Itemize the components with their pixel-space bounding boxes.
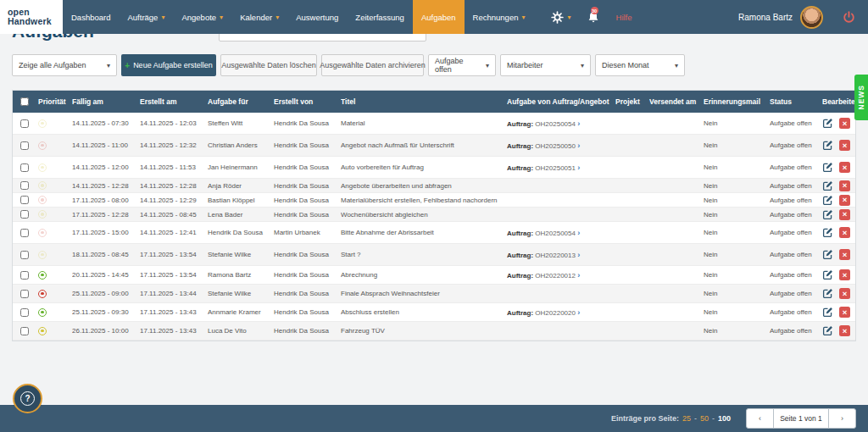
nav-item-zeiterfassung[interactable]: Zeiterfassung xyxy=(347,0,413,34)
creator: Hendrik Da Sousa xyxy=(274,211,341,219)
edit-icon[interactable] xyxy=(822,180,833,191)
delete-icon[interactable]: × xyxy=(839,209,850,220)
reminder-cell: Nein xyxy=(704,141,770,149)
row-checkbox[interactable] xyxy=(20,163,29,172)
row-checkbox[interactable] xyxy=(20,229,29,237)
archive-selected-button[interactable]: Ausgewählte Daten archivieren xyxy=(321,54,424,76)
row-checkbox[interactable] xyxy=(20,327,29,335)
row-checkbox[interactable] xyxy=(20,251,29,259)
order-link[interactable]: Auftrag: OH20220020 › xyxy=(507,309,580,317)
view-filter-select[interactable]: Zeige alle Aufgaben▾ xyxy=(12,54,117,76)
order-link[interactable]: Auftrag: OH20250054 › xyxy=(507,120,580,128)
settings-gear-icon[interactable]: ▾ xyxy=(542,0,579,34)
due-date: 17.11.2025 - 12:28 xyxy=(72,211,140,219)
avatar[interactable] xyxy=(800,6,823,29)
news-side-tab[interactable]: NEWS xyxy=(854,75,868,120)
select-all-checkbox[interactable] xyxy=(20,97,29,106)
help-link[interactable]: Hilfe xyxy=(608,13,641,22)
prev-page-button[interactable]: ‹ xyxy=(746,408,774,429)
due-date: 14.11.2025 - 12:00 xyxy=(72,163,140,171)
row-checkbox[interactable] xyxy=(20,290,29,298)
nav-item-angebote[interactable]: Angebote▾ xyxy=(173,0,231,34)
employee-filter-select[interactable]: Mitarbeiter▾ xyxy=(500,54,591,76)
new-task-button[interactable]: + Neue Aufgabe erstellen xyxy=(121,54,216,76)
edit-icon[interactable] xyxy=(822,269,833,280)
order-link[interactable]: Auftrag: OH20250054 › xyxy=(507,230,580,237)
delete-icon[interactable]: × xyxy=(839,249,850,260)
delete-icon[interactable]: × xyxy=(839,288,850,299)
col-erstellt-am: Erstellt am xyxy=(140,97,208,106)
nav-item-aufgaben[interactable]: Aufgaben xyxy=(413,0,465,34)
nav-item-auftraege[interactable]: Aufträge▾ xyxy=(119,0,173,34)
priority-target-icon xyxy=(38,327,47,335)
per-page-25[interactable]: 25 xyxy=(682,414,691,423)
delete-icon[interactable]: × xyxy=(839,269,850,280)
chevron-down-icon: ▾ xyxy=(486,62,489,69)
edit-icon[interactable] xyxy=(822,118,833,129)
delete-icon[interactable]: × xyxy=(839,325,850,336)
row-checkbox-cell xyxy=(13,163,38,172)
creator: Hendrik Da Sousa xyxy=(274,327,341,335)
delete-icon[interactable]: × xyxy=(839,227,850,238)
delete-icon[interactable]: × xyxy=(839,140,850,151)
edit-icon[interactable] xyxy=(822,140,833,151)
reminder-cell: Nein xyxy=(704,119,770,127)
row-checkbox[interactable] xyxy=(20,196,29,204)
delete-icon[interactable]: × xyxy=(839,307,850,318)
row-checkbox[interactable] xyxy=(20,181,29,190)
edit-icon[interactable] xyxy=(822,209,833,220)
edit-icon[interactable] xyxy=(822,195,833,206)
task-title: Abschluss erstellen xyxy=(341,308,507,316)
status-filter-select[interactable]: Aufgabe offen▾ xyxy=(428,54,496,76)
delete-icon[interactable]: × xyxy=(839,180,850,191)
created-date: 14.11.2025 - 12:32 xyxy=(140,141,208,149)
priority-target-icon xyxy=(38,196,47,204)
edit-icon[interactable] xyxy=(822,227,833,238)
delete-icon[interactable]: × xyxy=(839,162,850,173)
help-floating-button[interactable]: ? xyxy=(13,384,42,413)
nav-item-kalender[interactable]: Kalender▾ xyxy=(231,0,287,34)
per-page-100[interactable]: 100 xyxy=(718,414,731,423)
edit-icon[interactable] xyxy=(822,325,833,336)
edit-icon[interactable] xyxy=(822,307,833,318)
edit-icon[interactable] xyxy=(822,249,833,260)
status-cell: Aufgabe offen xyxy=(770,182,822,190)
row-checkbox[interactable] xyxy=(20,271,29,280)
order-link[interactable]: Auftrag: OH20220012 › xyxy=(507,272,580,280)
assignee: Anja Röder xyxy=(208,182,274,190)
row-checkbox[interactable] xyxy=(20,119,29,128)
priority-cell xyxy=(38,119,72,128)
app-logo[interactable]: open Handwerk xyxy=(0,0,63,34)
priority-cell xyxy=(38,210,72,219)
table-row: 26.11.2025 - 10:00 17.11.2025 - 13:43 Lu… xyxy=(13,322,855,341)
task-title: Auto vorbereiten für Auftrag xyxy=(341,163,507,171)
per-page-50[interactable]: 50 xyxy=(700,414,709,423)
row-checkbox[interactable] xyxy=(20,141,29,150)
notifications-bell[interactable]: 30 xyxy=(579,0,608,34)
creator: Hendrik Da Sousa xyxy=(274,163,341,171)
period-filter-select[interactable]: Diesen Monat▾ xyxy=(595,54,685,76)
edit-icon[interactable] xyxy=(822,288,833,299)
created-date: 17.11.2025 - 13:43 xyxy=(140,308,208,316)
row-checkbox[interactable] xyxy=(20,308,29,317)
order-link[interactable]: Auftrag: OH20250050 › xyxy=(507,142,580,150)
logout-button[interactable] xyxy=(828,0,868,34)
nav-item-rechnungen[interactable]: Rechnungen▾ xyxy=(465,0,534,34)
creator: Hendrik Da Sousa xyxy=(274,290,341,297)
order-link[interactable]: Auftrag: OH20220013 › xyxy=(507,252,580,259)
created-date: 17.11.2025 - 13:44 xyxy=(140,290,208,297)
row-checkbox[interactable] xyxy=(20,210,29,219)
delete-icon[interactable]: × xyxy=(839,118,850,129)
nav-item-auswertung[interactable]: Auswertung xyxy=(287,0,347,34)
created-date: 14.11.2025 - 12:03 xyxy=(140,119,208,127)
chevron-right-icon: › xyxy=(577,251,580,259)
edit-icon[interactable] xyxy=(822,162,833,173)
assignee: Jan Heinermann xyxy=(208,163,274,171)
actions-cell: × xyxy=(822,325,855,336)
next-page-button[interactable]: › xyxy=(828,408,856,429)
delete-icon[interactable]: × xyxy=(839,195,850,206)
nav-item-dashboard[interactable]: Dashboard xyxy=(63,0,119,34)
order-link[interactable]: Auftrag: OH20250051 › xyxy=(507,164,580,172)
delete-selected-button[interactable]: Ausgewählte Daten löschen xyxy=(220,54,317,76)
actions-cell: × xyxy=(822,180,855,191)
